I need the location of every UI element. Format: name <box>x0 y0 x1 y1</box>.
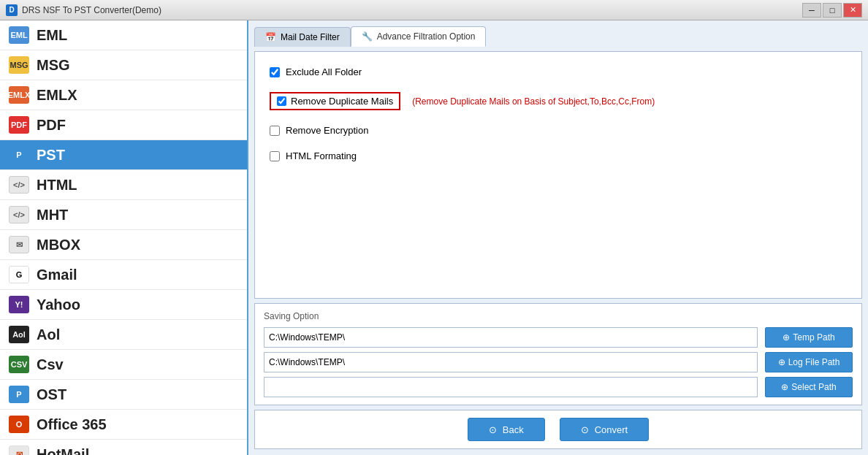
title-bar: D DRS NSF To PST Converter(Demo) ─ □ ✕ <box>0 0 868 20</box>
pdf-icon: PDF <box>9 116 29 134</box>
sidebar-item-html[interactable]: </>HTML <box>0 170 247 200</box>
saving-title: Saving Option <box>264 311 853 321</box>
aol-label: Aol <box>37 326 60 343</box>
csv-icon: CSV <box>9 356 29 373</box>
sidebar-item-mbox[interactable]: ✉MBOX <box>0 230 247 260</box>
remove-encryption-checkbox[interactable] <box>270 126 280 136</box>
maximize-button[interactable]: □ <box>823 3 842 18</box>
sidebar-item-emlx[interactable]: EMLXEMLX <box>0 80 247 110</box>
app-title: DRS NSF To PST Converter(Demo) <box>22 5 161 15</box>
log-file-path-label: Log File Path <box>788 357 840 367</box>
html-label: HTML <box>37 177 77 194</box>
emlx-label: EMLX <box>37 87 77 104</box>
html-icon: </> <box>9 176 29 194</box>
main-content: 📅 Mail Date Filter 🔧 Advance Filtration … <box>248 20 868 455</box>
sidebar-item-gmail[interactable]: GGmail <box>0 260 247 290</box>
back-icon: ⊙ <box>489 424 497 435</box>
select-path-icon: ⊕ <box>781 382 788 392</box>
tab-advance-filtration-label: Advance Filtration Option <box>377 31 476 42</box>
tab-advance-filtration-option[interactable]: 🔧 Advance Filtration Option <box>351 26 487 47</box>
sidebar-item-hotmail[interactable]: ✉HotMail <box>0 440 247 455</box>
remove-duplicate-row: Remove Duplicate Mails (Remove Duplicate… <box>270 92 847 110</box>
select-path-label: Select Path <box>791 382 836 392</box>
sidebar-item-aol[interactable]: AolAol <box>0 320 247 350</box>
remove-duplicate-label: Remove Duplicate Mails <box>291 96 393 107</box>
convert-icon: ⊙ <box>581 424 589 435</box>
temp-path-icon: ⊕ <box>783 332 790 343</box>
sidebar-item-pdf[interactable]: PDFPDF <box>0 110 247 140</box>
log-file-path-button[interactable]: ⊕ Log File Path <box>765 352 853 372</box>
gmail-label: Gmail <box>37 267 77 283</box>
office365-label: Office 365 <box>37 416 107 433</box>
log-file-input[interactable] <box>264 352 758 372</box>
tabs: 📅 Mail Date Filter 🔧 Advance Filtration … <box>254 26 862 47</box>
remove-encryption-label: Remove Encryption <box>286 125 368 136</box>
ost-icon: P <box>9 386 29 403</box>
remove-duplicate-checkbox[interactable] <box>277 96 286 106</box>
remove-duplicate-box: Remove Duplicate Mails <box>270 92 400 110</box>
pst-label: PST <box>37 147 65 164</box>
eml-icon: EML <box>9 26 29 44</box>
sidebar-item-mht[interactable]: </>MHT <box>0 200 247 230</box>
mbox-label: MBOX <box>37 237 80 253</box>
sidebar-item-office365[interactable]: OOffice 365 <box>0 410 247 440</box>
sidebar-item-ost[interactable]: POST <box>0 380 247 410</box>
temp-path-input[interactable] <box>264 327 758 348</box>
bottom-bar: ⊙ Back ⊙ Convert <box>254 410 862 449</box>
exclude-all-folder-label: Exclude All Folder <box>286 66 362 77</box>
mbox-icon: ✉ <box>9 236 29 253</box>
sidebar-item-yahoo[interactable]: Y!Yahoo <box>0 290 247 320</box>
gmail-icon: G <box>9 266 29 283</box>
sidebar-item-pst[interactable]: PPST <box>0 140 247 170</box>
eml-label: EML <box>37 27 67 44</box>
aol-icon: Aol <box>9 326 29 343</box>
back-label: Back <box>503 424 524 435</box>
remove-duplicate-note: (Remove Duplicate Mails on Basis of Subj… <box>412 96 655 107</box>
exclude-all-folder-row: Exclude All Folder <box>270 66 847 77</box>
pst-icon: P <box>9 146 29 164</box>
close-button[interactable]: ✕ <box>843 3 862 18</box>
select-path-input[interactable] <box>264 377 758 397</box>
convert-button[interactable]: ⊙ Convert <box>560 418 650 441</box>
msg-icon: MSG <box>9 56 29 74</box>
saving-rows: ⊕ Temp Path ⊕ Log File Path ⊕ Select Pat… <box>264 327 853 397</box>
select-path-button[interactable]: ⊕ Select Path <box>765 377 853 397</box>
convert-label: Convert <box>595 424 628 435</box>
html-formatting-row: HTML Formating <box>270 150 847 161</box>
sidebar-item-eml[interactable]: EMLEML <box>0 20 247 50</box>
hotmail-label: HotMail <box>37 446 89 456</box>
pdf-label: PDF <box>37 117 66 134</box>
html-formatting-label: HTML Formating <box>286 150 357 161</box>
temp-path-label: Temp Path <box>793 332 834 343</box>
app-body: EMLEMLMSGMSGEMLXEMLXPDFPDFPPST</>HTML</>… <box>0 20 868 455</box>
tab-mail-date-filter[interactable]: 📅 Mail Date Filter <box>254 27 351 47</box>
hotmail-icon: ✉ <box>9 446 29 455</box>
minimize-button[interactable]: ─ <box>802 3 821 18</box>
sidebar-item-csv[interactable]: CSVCsv <box>0 350 247 380</box>
advance-filtration-icon: 🔧 <box>362 31 373 42</box>
csv-label: Csv <box>37 356 64 373</box>
app-icon: D <box>6 4 18 16</box>
html-formatting-checkbox[interactable] <box>270 151 280 161</box>
ost-label: OST <box>37 386 66 403</box>
yahoo-label: Yahoo <box>37 297 80 313</box>
msg-label: MSG <box>37 57 70 74</box>
saving-section: Saving Option ⊕ Temp Path ⊕ Log File Pat… <box>254 303 862 405</box>
mht-label: MHT <box>37 207 68 223</box>
exclude-all-folder-checkbox[interactable] <box>270 67 280 77</box>
back-button[interactable]: ⊙ Back <box>468 418 545 441</box>
title-bar-left: D DRS NSF To PST Converter(Demo) <box>6 4 161 16</box>
sidebar-item-msg[interactable]: MSGMSG <box>0 50 247 80</box>
mht-icon: </> <box>9 206 29 223</box>
window-controls: ─ □ ✕ <box>802 3 862 18</box>
office365-icon: O <box>9 416 29 433</box>
log-file-icon: ⊕ <box>778 357 785 367</box>
emlx-icon: EMLX <box>9 86 29 104</box>
saving-buttons: ⊕ Temp Path ⊕ Log File Path ⊕ Select Pat… <box>765 327 853 397</box>
saving-inputs <box>264 327 758 397</box>
filter-panel: Exclude All Folder Remove Duplicate Mail… <box>254 51 862 299</box>
mail-date-filter-icon: 📅 <box>265 32 276 42</box>
temp-path-button[interactable]: ⊕ Temp Path <box>765 327 853 348</box>
sidebar: EMLEMLMSGMSGEMLXEMLXPDFPDFPPST</>HTML</>… <box>0 20 248 455</box>
remove-encryption-row: Remove Encryption <box>270 125 847 136</box>
